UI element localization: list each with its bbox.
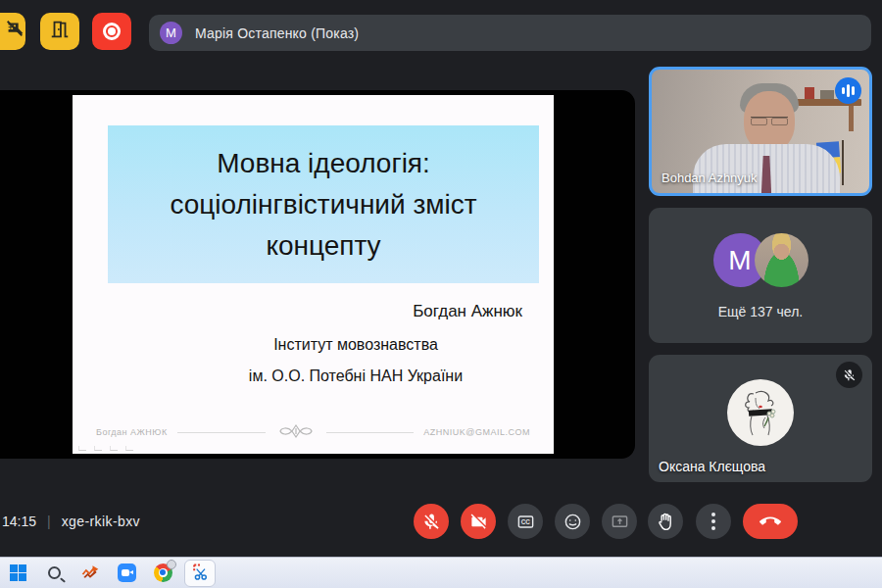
sketch-avatar xyxy=(727,379,794,446)
smiley-icon xyxy=(564,513,582,531)
slide-title: Мовна ідеологія: соціолінгвістичний зміс… xyxy=(108,125,539,283)
raised-hand-icon xyxy=(656,512,676,532)
taskbar-search-button[interactable] xyxy=(44,563,64,582)
person-glasses xyxy=(751,117,788,125)
slide-affiliation-1: Інститут мовознавства xyxy=(174,336,537,354)
svg-text:CC: CC xyxy=(520,517,530,524)
screen-share-warning-icon xyxy=(4,19,25,44)
shelf-bracket xyxy=(849,106,854,131)
clock-time: 14:15 xyxy=(2,514,36,529)
taskbar-snipping-button[interactable] xyxy=(190,563,210,582)
arrows-app-icon xyxy=(80,563,100,582)
taskbar-zoom-button[interactable] xyxy=(117,563,136,582)
taskbar-chrome-button[interactable] xyxy=(153,563,172,582)
presenter-pill[interactable]: М Марія Остапенко (Показ) xyxy=(149,15,871,51)
windows-logo-icon xyxy=(10,564,26,581)
search-icon xyxy=(48,566,61,579)
raise-hand-button[interactable] xyxy=(648,504,683,539)
overflow-participants-tile[interactable]: M Ещё 137 чел. xyxy=(649,208,872,343)
end-call-button[interactable] xyxy=(743,504,798,539)
more-options-button[interactable] xyxy=(696,504,731,539)
camera-off-icon xyxy=(469,513,488,531)
slide-author: Богдан Ажнюк xyxy=(73,302,522,321)
screen-share-warning-chip[interactable] xyxy=(0,13,25,50)
present-button[interactable] xyxy=(602,504,637,539)
captions-button[interactable]: CC xyxy=(508,504,543,539)
more-options-icon xyxy=(711,513,715,530)
presenter-avatar: М xyxy=(160,22,182,44)
record-chip[interactable] xyxy=(92,13,131,50)
participant-name: Bohdan Azhnyuk xyxy=(662,171,758,185)
door-icon xyxy=(49,19,71,44)
footer-divider-line xyxy=(177,432,266,433)
slideshow-controls[interactable] xyxy=(78,446,133,451)
shared-screen-stage[interactable]: Мовна ідеологія: соціолінгвістичний зміс… xyxy=(0,90,635,459)
presentation-slide: Мовна ідеологія: соціолінгвістичний зміс… xyxy=(73,95,554,454)
video-tile-speaker[interactable]: Bohdan Azhnyuk xyxy=(649,67,872,196)
record-icon xyxy=(103,23,121,40)
chrome-badge-icon xyxy=(167,560,176,569)
ornament-icon xyxy=(275,423,317,441)
chrome-icon xyxy=(154,564,172,582)
overflow-count-label: Ещё 137 чел. xyxy=(649,304,872,319)
slide-affiliation-2: ім. О.О. Потебні НАН України xyxy=(174,368,537,385)
meeting-info: 14:15 | xge-rkik-bxv xyxy=(2,514,140,529)
snipping-tool-icon xyxy=(190,563,210,582)
info-separator: | xyxy=(47,514,51,529)
door-chip[interactable] xyxy=(40,13,79,50)
windows-start-button[interactable] xyxy=(8,563,27,582)
end-call-icon xyxy=(760,511,781,532)
slide-footer-email: AZHNIUK@GMAIL.COM xyxy=(423,427,530,437)
meeting-code: xge-rkik-bxv xyxy=(62,514,140,529)
reactions-button[interactable] xyxy=(555,504,590,539)
footer-divider-line xyxy=(326,432,415,433)
taskbar-app-button[interactable] xyxy=(80,563,100,582)
mic-off-icon xyxy=(422,513,441,531)
camera-button[interactable] xyxy=(461,504,496,539)
audio-level-icon xyxy=(835,77,861,104)
presenter-label: Марія Остапенко (Показ) xyxy=(195,25,359,41)
overflow-avatars: M xyxy=(649,233,872,287)
slide-footer-name: Богдан АЖНЮК xyxy=(96,427,168,437)
video-tile-participant[interactable]: Оксана Клєщова xyxy=(649,355,872,482)
present-icon xyxy=(611,513,629,531)
avatar-photo xyxy=(755,233,808,287)
mic-off-icon xyxy=(836,362,862,388)
captions-icon: CC xyxy=(516,513,535,531)
zoom-app-icon xyxy=(118,564,136,582)
flag-pole xyxy=(842,140,844,185)
slide-footer: Богдан АЖНЮК AZHNIUK@GMAIL.COM xyxy=(96,425,530,439)
person-tie xyxy=(761,156,772,196)
participant-name: Оксана Клєщова xyxy=(659,459,765,474)
mic-button[interactable] xyxy=(414,504,449,539)
